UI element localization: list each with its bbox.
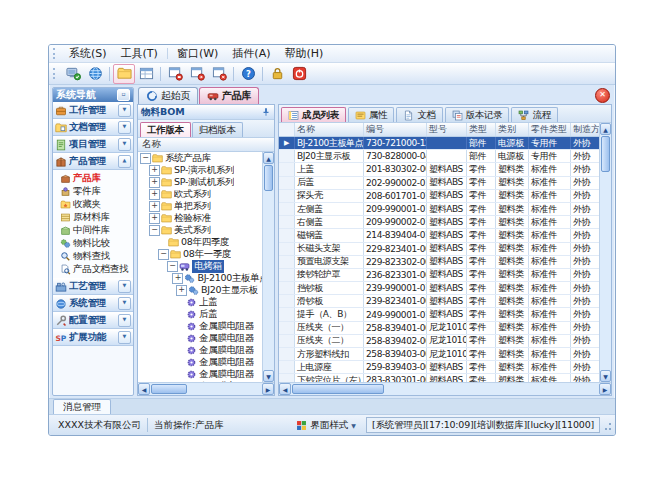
scroll-down-icon[interactable]: ▼	[600, 370, 611, 382]
grid-vertical-scrollbar[interactable]: ▲ ▼	[599, 123, 611, 382]
tree-vscroll-thumb[interactable]	[264, 165, 273, 191]
close-icon[interactable]: ✕	[595, 88, 610, 103]
table-row[interactable]: 长磁头支架229-823401-00I塑料ABS零件塑料类标准件外协条	[279, 243, 599, 256]
table-row[interactable]: 压线夹（一）258-839401-00I尼龙1010零件塑料类标准件外协条	[279, 322, 599, 335]
table-row[interactable]: 提手（A、B）249-990001-01I塑料ABS零件塑料类标准件外协条	[279, 308, 599, 321]
tab-product-lib[interactable]: 产品库	[199, 87, 259, 104]
scroll-up-icon[interactable]: ▲	[600, 123, 611, 135]
column-header-0[interactable]: 名称	[295, 123, 364, 136]
table-row[interactable]: 磁钢盖214-839404-01I塑料ABS零件塑料类标准件外协条	[279, 229, 599, 242]
sidebar-item-product-doc-search[interactable]: 产品文档查找	[53, 263, 133, 276]
tab-archived-version[interactable]: 归档版本	[192, 122, 243, 137]
chevron-down-icon[interactable]: ▼	[118, 297, 131, 310]
grid-horizontal-scrollbar[interactable]: ◀ ▶	[279, 382, 611, 395]
table-row[interactable]: 上盖201-830302-00I塑料ABS零件塑料类标准件外协条	[279, 163, 599, 176]
chevron-down-icon[interactable]: ▼	[118, 314, 131, 327]
tree-node[interactable]: 金属膜电阻器	[138, 344, 262, 356]
tree-node[interactable]: −电烤箱	[138, 260, 262, 272]
tree-column-header[interactable]: 名称	[138, 138, 274, 152]
tree-node[interactable]: 08年四季度	[138, 236, 262, 248]
sidebar-section-extend[interactable]: SP扩展功能▼	[53, 329, 133, 346]
table-row[interactable]: BJ20主显示板730-828000-04I部件电源板专用件外协颗	[279, 150, 599, 163]
tree-node[interactable]: −美式系列	[138, 224, 262, 236]
column-header-1[interactable]: 编号	[364, 123, 427, 136]
collapse-icon[interactable]: −	[167, 261, 178, 272]
tab-documents[interactable]: 文档	[396, 107, 442, 122]
sidebar-item-favorites[interactable]: 收藏夹	[53, 198, 133, 211]
win-table-button[interactable]	[135, 64, 157, 84]
chevron-down-icon[interactable]: ▼	[118, 280, 131, 293]
sidebar-section-work[interactable]: 工作管理▼	[53, 102, 133, 119]
table-row[interactable]: 方形塑料线扣258-839403-00I尼龙1010零件塑料类标准件外协条	[279, 348, 599, 361]
table-row[interactable]: 上电源座259-839403-00I塑料ABS零件塑料类标准件外协条	[279, 361, 599, 374]
win-badge-x-button[interactable]	[208, 64, 230, 84]
table-row[interactable]: 接钞轮护罩236-823301-00I塑料ABS零件塑料类标准件外协条	[279, 269, 599, 282]
expand-icon[interactable]: +	[149, 177, 160, 188]
tab-working-version[interactable]: 工作版本	[140, 122, 191, 137]
chevron-up-icon[interactable]: ▲	[118, 155, 131, 168]
column-header-2[interactable]: 型号	[427, 123, 467, 136]
menu-item-tools[interactable]: 工具(T)	[114, 46, 165, 61]
sidebar-item-product-lib[interactable]: 产品库	[53, 172, 133, 185]
tree-node[interactable]: −系统产品库	[138, 152, 262, 164]
tree-node[interactable]: −08年一季度	[138, 248, 262, 260]
tree-node[interactable]: +BJ-2100主板单点	[138, 272, 262, 284]
table-row[interactable]: 探头壳208-601701-01I塑料ABS零件塑料类标准件外协条	[279, 190, 599, 203]
grid-hscroll-thumb[interactable]	[292, 384, 384, 394]
win-badge-mail-button[interactable]	[164, 64, 186, 84]
lock-button[interactable]	[266, 64, 288, 84]
sidebar-section-docs[interactable]: 文档管理▼	[53, 119, 133, 136]
interface-style-dropdown[interactable]: 界面样式 ▼	[290, 418, 362, 432]
tree-node[interactable]: 上盖	[138, 296, 262, 308]
scroll-right-icon[interactable]: ▶	[262, 383, 274, 395]
chevron-down-icon[interactable]: ▼	[118, 138, 131, 151]
table-row[interactable]: ▶BJ-2100主板单点730-721000-12I部件电源板专用件外协颗	[279, 137, 599, 150]
table-row[interactable]: 右侧盖209-990002-01I塑料ABS零件塑料类标准件外协条	[279, 216, 599, 229]
table-row[interactable]: 左侧盖209-990001-01I塑料ABS零件塑料类标准件外协条	[279, 203, 599, 216]
sidebar-item-middleware-lib[interactable]: 中间件库	[53, 224, 133, 237]
tree-node[interactable]: +BJ20主显示板	[138, 284, 262, 296]
tree-node[interactable]: 金属膜电阻器	[138, 332, 262, 344]
tab-props[interactable]: 属性	[348, 107, 394, 122]
resize-grip[interactable]	[603, 419, 612, 431]
column-header-4[interactable]: 类别	[496, 123, 529, 136]
column-header-6[interactable]: 制造方式	[571, 123, 599, 136]
pin-icon[interactable]	[261, 107, 271, 117]
toolbar-grip-handle[interactable]	[53, 68, 58, 79]
tree-node[interactable]: +SP-测试机系列	[138, 176, 262, 188]
power-button[interactable]	[288, 64, 310, 84]
scroll-down-icon[interactable]: ▼	[263, 370, 274, 382]
sidebar-item-material-search[interactable]: 物料查找	[53, 250, 133, 263]
help-button[interactable]: ?	[237, 64, 259, 84]
column-header-3[interactable]: 类型	[467, 123, 496, 136]
sidebar-section-craft[interactable]: 工艺管理▼	[53, 278, 133, 295]
menu-item-plugins[interactable]: 插件(A)	[225, 46, 277, 61]
chevron-down-icon[interactable]: ▼	[118, 104, 131, 117]
tab-members[interactable]: 成员列表	[281, 107, 346, 122]
expand-icon[interactable]: +	[176, 285, 187, 296]
tree-node[interactable]: +检验标准	[138, 212, 262, 224]
tree-hscroll-thumb[interactable]	[151, 384, 187, 394]
sidebar-section-project[interactable]: 项目管理▼	[53, 136, 133, 153]
folder-button[interactable]	[113, 64, 135, 84]
collapse-icon[interactable]: −	[158, 249, 169, 260]
menu-item-window[interactable]: 窗口(W)	[170, 46, 225, 61]
scroll-left-icon[interactable]: ◀	[279, 383, 291, 395]
tree-node[interactable]: +单把系列	[138, 200, 262, 212]
sidebar-item-material-compare[interactable]: 物料比较	[53, 237, 133, 250]
table-row[interactable]: 后盖202-990002-01I塑料ABS零件塑料类标准件外协条	[279, 177, 599, 190]
chevron-down-icon[interactable]: ▼	[118, 331, 131, 344]
sidebar-options-icon[interactable]: ▫	[117, 89, 130, 101]
tree-node[interactable]: +SP-演示机系列	[138, 164, 262, 176]
tab-versions[interactable]: 版本记录	[445, 107, 510, 122]
tab-flow[interactable]: 流程	[511, 107, 557, 122]
sidebar-section-config[interactable]: 配置管理▼	[53, 312, 133, 329]
tab-home[interactable]: 起始页	[138, 87, 198, 104]
tree-horizontal-scrollbar[interactable]: ◀ ▶	[138, 382, 274, 395]
sidebar-item-part-lib[interactable]: 零件库	[53, 185, 133, 198]
tree-vertical-scrollbar[interactable]: ▲ ▼	[262, 152, 274, 382]
sidebar-item-material-lib[interactable]: 原材料库	[53, 211, 133, 224]
tree-node[interactable]: 金属膜电阻器	[138, 320, 262, 332]
scroll-right-icon[interactable]: ▶	[599, 383, 611, 395]
tree-node[interactable]: 后盖	[138, 308, 262, 320]
